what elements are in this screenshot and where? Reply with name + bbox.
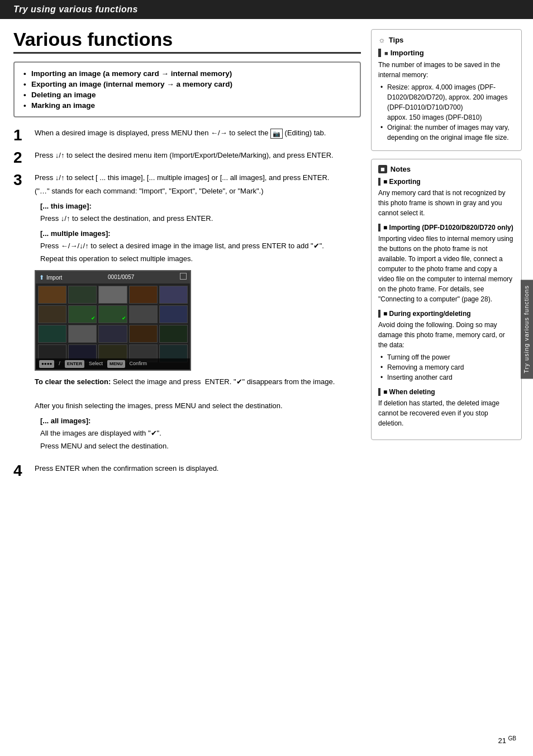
screen-checkbox-icon: [180, 273, 187, 280]
left-column: Various functions Importing an image (a …: [13, 29, 361, 485]
sub-multiple-images-repeat: Repeat this operation to select multiple…: [40, 253, 361, 264]
img-cell-5: [159, 286, 188, 304]
img-cell-4: [129, 286, 158, 304]
screen-header-label: Import: [46, 273, 62, 282]
screen-image: ⬆ Import 0001/0057: [35, 270, 191, 371]
notes-icon: ■: [378, 165, 387, 173]
footer-btn-menu: MENU: [107, 360, 125, 368]
page-number: 21 GB: [498, 735, 516, 745]
main-content: Various functions Importing an image (a …: [0, 19, 533, 495]
step-1-number: 1: [13, 127, 29, 143]
notes-importing-dpf: ■ Importing (DPF-D1020/D820/D720 only) I…: [378, 224, 515, 304]
step-4-content: Press ENTER when the confirmation screen…: [35, 463, 361, 476]
step-2-content: Press ↓/↑ to select the desired menu ite…: [35, 150, 361, 163]
img-cell-1: [38, 286, 66, 304]
img-cell-11: [38, 325, 66, 343]
notes-when-deleting-title: ■ When deleting: [378, 388, 515, 396]
notes-exporting-title: ■ Exporting: [378, 178, 515, 186]
img-cell-12: [68, 325, 97, 343]
clear-selection-label: To clear the selection:: [35, 377, 111, 386]
bullet-list: Importing an image (a memory card → inte…: [23, 68, 351, 111]
img-cell-14: [129, 325, 158, 343]
notes-deleting-item-3: Inserting another card: [380, 372, 515, 382]
notes-exporting-text: Any memory card that is not recognized b…: [378, 188, 515, 218]
tips-items-list: Resize: approx. 4,000 images (DPF-D1020/…: [378, 82, 515, 143]
step-3-number: 3: [13, 172, 29, 188]
footer-text-slash: /: [59, 360, 60, 368]
sub-multiple-images-text: Press ←/→/↓/↑ to select a desired image …: [40, 240, 361, 252]
notes-when-deleting-text: If deletion has started, the deleted ima…: [378, 398, 515, 428]
header-bar: Try using various functions: [0, 0, 533, 19]
tips-header: ☼ Tips: [378, 35, 515, 44]
notes-exporting-deleting: ■ During exporting/deleting Avoid doing …: [378, 310, 515, 382]
step-3: 3 Press ↓/↑ to select [ ... this image],…: [13, 172, 361, 456]
notes-deleting-item-1: Turning off the power: [380, 352, 515, 362]
notes-deleting-item-2: Removing a memory card: [380, 362, 515, 372]
notes-title: Notes: [391, 165, 411, 173]
sub-multiple-images-title: [... multiple images]:: [40, 228, 361, 239]
header-title: Try using various functions: [13, 4, 138, 14]
img-cell-7: [68, 305, 97, 323]
step-2-number: 2: [13, 150, 29, 166]
notes-exporting-deleting-intro: Avoid doing the following. Doing so may …: [378, 320, 515, 350]
img-cell-8: [98, 305, 127, 323]
screen-footer: ●●●● / ENTER Select MENU Confirm: [36, 358, 190, 370]
img-cell-10: [159, 305, 188, 323]
screen-counter: 0001/0057: [108, 273, 134, 282]
screen-header: ⬆ Import 0001/0057: [36, 271, 190, 284]
footer-text-confirm: Confirm: [130, 360, 147, 368]
notes-header: ■ Notes: [378, 165, 515, 173]
step-4-number: 4: [13, 463, 29, 479]
after-select-text: After you finish selecting the images, p…: [35, 400, 361, 412]
step-1-content: When a desired image is displayed, press…: [35, 127, 361, 141]
side-tab-text: Try using various functions: [523, 285, 530, 373]
tips-item-2: Original: the number of images may vary,…: [380, 122, 515, 143]
image-grid: [36, 284, 190, 365]
tips-box: ☼ Tips Importing The number of images to…: [371, 29, 522, 151]
right-column: ☼ Tips Importing The number of images to…: [371, 29, 522, 485]
bullet-box: Importing an image (a memory card → inte…: [13, 62, 361, 117]
notes-exporting-deleting-title: ■ During exporting/deleting: [378, 310, 515, 318]
clear-selection-text: To clear the selection: Select the image…: [35, 376, 361, 388]
page-title: Various functions: [13, 29, 361, 54]
notes-exporting: ■ Exporting Any memory card that is not …: [378, 178, 515, 218]
sub-multiple-images: [... multiple images]: Press ←/→/↓/↑ to …: [40, 228, 361, 264]
sub-all-images-title: [... all images]:: [40, 415, 361, 427]
step-1-text: When a desired image is displayed, press…: [35, 127, 361, 139]
step-3-text: Press ↓/↑ to select [ ... this image], […: [35, 172, 361, 183]
sub-all-images-text1: All the images are displayed with "✔".: [40, 428, 361, 439]
step-3-content: Press ↓/↑ to select [ ... this image], […: [35, 172, 361, 456]
img-cell-6: [38, 305, 66, 323]
tips-importing-heading: Importing: [378, 49, 515, 57]
tips-importing-intro: The number of images to be saved in the …: [378, 60, 515, 80]
notes-importing-dpf-text: Importing video files to internal memory…: [378, 234, 515, 304]
notes-deleting-list: Turning off the power Removing a memory …: [378, 352, 515, 382]
img-cell-3: [98, 286, 127, 304]
page-number-value: 21: [498, 736, 506, 745]
img-cell-9: [129, 305, 158, 323]
screen-header-left: ⬆ Import: [39, 273, 62, 282]
tips-item-1: Resize: approx. 4,000 images (DPF-D1020/…: [380, 82, 515, 122]
sub-this-image-text: Press ↓/↑ to select the destination, and…: [40, 213, 361, 224]
step-2: 2 Press ↓/↑ to select the desired menu i…: [13, 150, 361, 166]
bullet-item-3: Deleting an image: [23, 89, 351, 100]
notes-when-deleting: ■ When deleting If deletion has started,…: [378, 388, 515, 428]
sub-this-image-title: [... this image]:: [40, 201, 361, 212]
bullet-item-1: Importing an image (a memory card → inte…: [23, 68, 351, 79]
page-number-suffix: GB: [508, 735, 516, 741]
sub-this-image: [... this image]: Press ↓/↑ to select th…: [40, 201, 361, 224]
img-cell-2: [68, 286, 97, 304]
step-1: 1 When a desired image is displayed, pre…: [13, 127, 361, 143]
notes-box: ■ Notes ■ Exporting Any memory card that…: [371, 159, 522, 440]
step-2-text: Press ↓/↑ to select the desired menu ite…: [35, 150, 361, 161]
img-cell-13: [98, 325, 127, 343]
sub-all-images-text2: Press MENU and select the destination.: [40, 441, 361, 452]
step-3-note: ("…" stands for each command: "Import", …: [35, 186, 361, 197]
tips-title: Tips: [389, 36, 404, 44]
tips-importing-title: Importing: [391, 49, 424, 57]
bullet-item-2: Exporting an image (internal memory → a …: [23, 79, 351, 89]
step-4: 4 Press ENTER when the confirmation scre…: [13, 463, 361, 479]
footer-btn-enter: ENTER: [65, 360, 84, 368]
sub-all-images: [... all images]: All the images are dis…: [40, 415, 361, 452]
step-4-text: Press ENTER when the confirmation screen…: [35, 463, 361, 474]
